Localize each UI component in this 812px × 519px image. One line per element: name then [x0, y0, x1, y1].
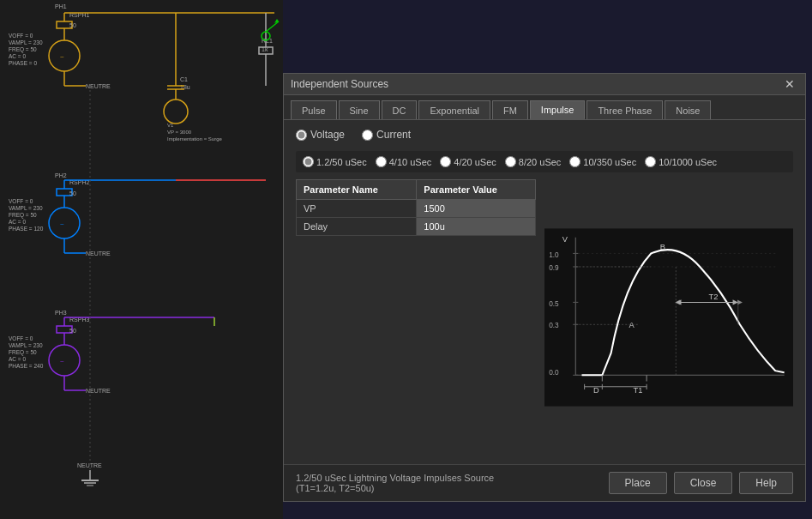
svg-text:FREQ = 50: FREQ = 50: [9, 212, 37, 219]
svg-text:FREQ = 50: FREQ = 50: [9, 349, 37, 356]
svg-text:~: ~: [60, 358, 64, 365]
delay-name-cell: Delay: [297, 218, 417, 236]
tab-dc[interactable]: DC: [382, 100, 418, 119]
voltage-radio[interactable]: [296, 130, 307, 141]
impulse-type-row: 1.2/50 uSec 4/10 uSec 4/20 uSec 8/20 uSe…: [296, 151, 793, 172]
param-name-header: Parameter Name: [297, 180, 417, 200]
tab-sine[interactable]: Sine: [339, 100, 380, 119]
impulse-10-350-label[interactable]: 10/350 uSec: [569, 156, 636, 167]
voltage-radio-label[interactable]: Voltage: [296, 129, 345, 141]
dialog-content: Voltage Current 1.2/50 uSec 4/10 uSec 4/…: [284, 120, 805, 464]
vp-value-cell[interactable]: 1500: [417, 200, 536, 218]
dialog-title: Independent Sources: [291, 78, 388, 90]
svg-text:AC = 0: AC = 0: [9, 53, 26, 59]
svg-text:AC = 0: AC = 0: [9, 356, 26, 362]
footer-buttons: Place Close Help: [609, 472, 793, 494]
impulse-graph: V 1.0 0.9 0.5 0.3 0.0: [544, 179, 793, 456]
svg-text:VOFF = 0: VOFF = 0: [9, 33, 33, 39]
impulse-4-20-radio[interactable]: [440, 156, 451, 167]
impulse-10-1000-radio[interactable]: [645, 156, 656, 167]
table-row: Delay 100u: [297, 218, 536, 236]
svg-text:0.9: 0.9: [549, 264, 559, 272]
svg-text:~: ~: [60, 53, 64, 61]
impulse-1-2-50-label[interactable]: 1.2/50 uSec: [303, 156, 367, 167]
svg-text:0.3: 0.3: [549, 322, 559, 329]
current-radio-label[interactable]: Current: [362, 129, 411, 141]
svg-text:A: A: [629, 321, 635, 329]
svg-text:AC = 0: AC = 0: [9, 219, 26, 225]
svg-text:0.0: 0.0: [549, 369, 559, 377]
source-type-row: Voltage Current: [296, 129, 793, 141]
dialog-footer: 1.2/50 uSec Lightning Voltage Impulses S…: [284, 464, 805, 501]
impulse-8-20-label[interactable]: 8/20 uSec: [505, 156, 562, 167]
dialog-close-button[interactable]: ✕: [781, 77, 798, 91]
svg-text:PH3: PH3: [55, 310, 67, 316]
impulse-1-2-50-radio[interactable]: [303, 156, 314, 167]
svg-rect-0: [0, 0, 283, 519]
svg-text:C1: C1: [180, 76, 188, 82]
tab-fm[interactable]: FM: [492, 100, 528, 119]
svg-text:T2: T2: [709, 293, 719, 301]
svg-text:1.0: 1.0: [549, 251, 559, 259]
svg-text:50: 50: [69, 190, 76, 196]
delay-value-cell[interactable]: 100u: [417, 218, 536, 236]
vp-name-cell: VP: [297, 200, 417, 218]
svg-text:VAMPL = 230: VAMPL = 230: [9, 342, 43, 348]
svg-text:PHASE = 120: PHASE = 120: [9, 226, 44, 232]
impulse-10-1000-label[interactable]: 10/1000 uSec: [645, 156, 717, 167]
tabs-row: Pulse Sine DC Exponential FM Impulse Thr…: [284, 95, 805, 120]
svg-rect-81: [544, 228, 793, 406]
svg-text:0.5: 0.5: [549, 300, 559, 308]
tab-impulse[interactable]: Impulse: [530, 100, 586, 119]
svg-text:D: D: [593, 386, 599, 395]
place-button[interactable]: Place: [609, 472, 667, 494]
svg-text:VOFF = 0: VOFF = 0: [9, 198, 33, 204]
svg-text:VAMPL = 230: VAMPL = 230: [9, 39, 43, 45]
svg-text:T1: T1: [634, 386, 643, 395]
svg-text:NEUTRE: NEUTRE: [86, 83, 111, 89]
dialog-titlebar: Independent Sources ✕: [284, 74, 805, 95]
tab-noise[interactable]: Noise: [665, 100, 711, 119]
help-button[interactable]: Help: [739, 472, 793, 494]
independent-sources-dialog: Independent Sources ✕ Pulse Sine DC Expo…: [283, 73, 806, 502]
status-text: 1.2/50 uSec Lightning Voltage Impulses S…: [296, 473, 494, 493]
impulse-10-350-radio[interactable]: [569, 156, 580, 167]
svg-text:PHASE = 0: PHASE = 0: [9, 60, 37, 66]
svg-text:NEUTRE: NEUTRE: [86, 388, 111, 394]
svg-text:PHASE = 240: PHASE = 240: [9, 363, 44, 369]
impulse-4-10-radio[interactable]: [376, 156, 387, 167]
svg-text:Implementation = Surge: Implementation = Surge: [167, 136, 223, 142]
param-table-area: Parameter Name Parameter Value VP 1500 D…: [296, 179, 536, 456]
svg-text:50: 50: [69, 328, 76, 334]
tab-pulse[interactable]: Pulse: [291, 100, 337, 119]
svg-text:VAMPL = 230: VAMPL = 230: [9, 205, 43, 211]
table-row: VP 1500: [297, 200, 536, 218]
impulse-8-20-radio[interactable]: [505, 156, 516, 167]
svg-text:V1: V1: [167, 123, 174, 128]
impulse-4-20-label[interactable]: 4/20 uSec: [440, 156, 496, 167]
param-graph-row: Parameter Name Parameter Value VP 1500 D…: [296, 179, 793, 456]
svg-text:PH1: PH1: [55, 3, 67, 9]
svg-text:B: B: [660, 243, 665, 251]
current-radio[interactable]: [362, 130, 373, 141]
impulse-4-10-label[interactable]: 4/10 uSec: [376, 156, 432, 167]
svg-text:VOFF = 0: VOFF = 0: [9, 335, 33, 341]
param-value-header: Parameter Value: [417, 180, 536, 200]
close-button[interactable]: Close: [674, 472, 733, 494]
tab-three-phase[interactable]: Three Phase: [586, 100, 663, 119]
svg-text:50: 50: [69, 22, 76, 28]
param-table: Parameter Name Parameter Value VP 1500 D…: [296, 179, 536, 236]
svg-text:V: V: [562, 235, 568, 244]
svg-text:NEUTRE: NEUTRE: [86, 250, 111, 256]
tab-exponential[interactable]: Exponential: [418, 100, 490, 119]
svg-text:VP = 3000: VP = 3000: [167, 130, 192, 135]
svg-text:FREQ = 50: FREQ = 50: [9, 46, 37, 53]
svg-text:~: ~: [60, 220, 64, 228]
graph-area: V 1.0 0.9 0.5 0.3 0.0: [544, 179, 793, 456]
svg-text:PH2: PH2: [55, 172, 67, 178]
